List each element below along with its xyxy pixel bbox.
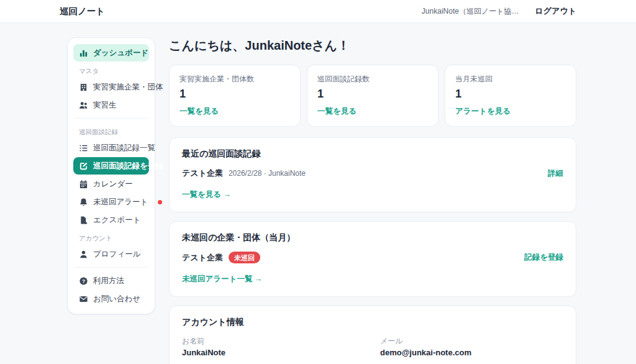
stat-link-view-alerts[interactable]: アラートを見る xyxy=(455,107,511,116)
divider xyxy=(75,267,148,268)
sidebar-item-companies[interactable]: 実習実施企業・団体 xyxy=(73,78,149,96)
field-label: メール xyxy=(380,336,563,347)
sidebar-item-label: お問い合わせ xyxy=(93,294,140,304)
sidebar-item-label: 実習実施企業・団体 xyxy=(93,82,163,93)
sidebar-item-label: 未巡回アラート xyxy=(93,197,148,207)
sidebar-item-label: プロフィール xyxy=(93,249,140,260)
content-shell: ダッシュボード マスタ 実習実施企業・団体 実習生 巡回面談記録 巡回面談記録一… xyxy=(60,37,576,364)
stat-link-view-list[interactable]: 一覧を見る xyxy=(179,107,219,116)
stat-card-unvisited: 当月未巡回 1 アラートを見る xyxy=(445,65,576,127)
sidebar-item-record-register[interactable]: 巡回面談記録を登録 xyxy=(73,157,149,175)
stat-card-records: 巡回面談記録数 1 一覧を見る xyxy=(307,65,438,127)
logout-button[interactable]: ログアウト xyxy=(535,6,576,17)
view-all-records-link[interactable]: 一覧を見る → xyxy=(182,190,231,199)
app-logo[interactable]: 巡回ノート xyxy=(60,6,105,17)
stat-value: 1 xyxy=(179,88,290,101)
users-icon xyxy=(79,101,88,110)
card-title: アカウント情報 xyxy=(182,317,563,328)
detail-link[interactable]: 詳細 xyxy=(548,168,563,179)
divider xyxy=(75,118,148,119)
company-name: テスト企業 xyxy=(182,168,223,179)
calendar-icon xyxy=(79,180,88,189)
document-export-icon xyxy=(79,216,88,225)
record-row-left: テスト企業 2026/2/28 · JunkaiNote xyxy=(182,168,306,179)
sidebar-item-record-list[interactable]: 巡回面談記録一覧 xyxy=(73,139,149,157)
sidebar-item-dashboard[interactable]: ダッシュボード xyxy=(73,44,149,61)
card-title: 最近の巡回面談記録 xyxy=(182,148,563,160)
sidebar-item-usage[interactable]: ? 利用方法 xyxy=(73,272,149,289)
sidebar-item-label: カレンダー xyxy=(93,179,133,189)
record-row: テスト企業 2026/2/28 · JunkaiNote 詳細 xyxy=(182,168,563,179)
account-grid: お名前 JunkaiNote メール demo@junkai-note.com … xyxy=(182,336,563,364)
stats-row: 実習実施企業・団体数 1 一覧を見る 巡回面談記録数 1 一覧を見る 当月未巡回… xyxy=(169,65,576,127)
recent-records-card: 最近の巡回面談記録 テスト企業 2026/2/28 · JunkaiNote 詳… xyxy=(169,137,576,212)
sidebar-item-trainees[interactable]: 実習生 xyxy=(73,96,149,114)
main-content: こんにちは、JunkaiNoteさん！ 実習実施企業・団体数 1 一覧を見る 巡… xyxy=(169,37,576,364)
stat-label: 当月未巡回 xyxy=(455,74,566,84)
topbar-right: JunkaiNote（巡回ノート協… ログアウト xyxy=(422,6,576,17)
card-title: 未巡回の企業・団体（当月） xyxy=(182,232,563,243)
sidebar-item-label: 利用方法 xyxy=(93,276,124,286)
svg-text:?: ? xyxy=(82,278,85,284)
stat-label: 実習実施企業・団体数 xyxy=(179,74,290,84)
sidebar-item-profile[interactable]: プロフィール xyxy=(73,245,149,263)
sidebar-item-label: 巡回面談記録を登録 xyxy=(93,161,163,171)
sidebar-item-contact[interactable]: お問い合わせ xyxy=(73,290,149,307)
sidebar-item-label: 実習生 xyxy=(93,100,117,111)
sidebar-section-master: マスタ xyxy=(73,62,149,78)
sidebar: ダッシュボード マスタ 実習実施企業・団体 実習生 巡回面談記録 巡回面談記録一… xyxy=(67,37,155,314)
stat-link-view-list[interactable]: 一覧を見る xyxy=(317,107,357,116)
field-value: JunkaiNote xyxy=(182,348,365,357)
stat-card-companies: 実習実施企業・団体数 1 一覧を見る xyxy=(169,65,301,127)
stat-label: 巡回面談記録数 xyxy=(317,74,428,84)
sidebar-item-alerts[interactable]: 未巡回アラート xyxy=(73,193,149,211)
unvisited-alert-list-link[interactable]: 未巡回アラート一覧 → xyxy=(182,275,262,283)
account-field-name: お名前 JunkaiNote xyxy=(182,336,365,357)
question-circle-icon: ? xyxy=(79,276,88,286)
stat-value: 1 xyxy=(317,88,428,101)
bell-icon xyxy=(79,198,88,207)
alert-red-dot xyxy=(158,200,162,204)
sidebar-item-export[interactable]: エクスポート xyxy=(73,211,149,229)
unvisited-row-left: テスト企業 未巡回 xyxy=(182,252,260,263)
sidebar-item-label: エクスポート xyxy=(93,215,140,225)
record-meta: 2026/2/28 · JunkaiNote xyxy=(229,169,306,178)
envelope-icon xyxy=(79,294,88,304)
person-icon xyxy=(79,250,88,259)
unvisited-badge: 未巡回 xyxy=(229,252,260,263)
sidebar-section-records: 巡回面談記録 xyxy=(73,123,149,139)
register-record-link[interactable]: 記録を登録 xyxy=(524,252,563,263)
account-info-card: アカウント情報 お名前 JunkaiNote メール demo@junkai-n… xyxy=(169,306,576,364)
sidebar-item-label: 巡回面談記録一覧 xyxy=(93,143,155,153)
field-value: demo@junkai-note.com xyxy=(380,348,563,357)
top-header: 巡回ノート JunkaiNote（巡回ノート協… ログアウト xyxy=(0,0,636,23)
page-title: こんにちは、JunkaiNoteさん！ xyxy=(169,37,576,54)
company-name: テスト企業 xyxy=(182,252,223,263)
sidebar-section-account: アカウント xyxy=(73,229,149,245)
account-field-email: メール demo@junkai-note.com xyxy=(380,336,563,357)
sidebar-item-calendar[interactable]: カレンダー xyxy=(73,175,149,193)
building-icon xyxy=(79,83,88,92)
unvisited-card: 未巡回の企業・団体（当月） テスト企業 未巡回 記録を登録 未巡回アラート一覧 … xyxy=(169,221,576,297)
bar-chart-icon xyxy=(79,48,88,58)
stat-value: 1 xyxy=(455,88,566,101)
field-label: お名前 xyxy=(182,336,365,347)
user-org-label: JunkaiNote（巡回ノート協… xyxy=(422,6,519,17)
unvisited-row: テスト企業 未巡回 記録を登録 xyxy=(182,252,563,263)
sidebar-item-label: ダッシュボード xyxy=(93,48,148,58)
list-icon xyxy=(79,143,88,153)
pencil-square-icon xyxy=(79,162,88,171)
